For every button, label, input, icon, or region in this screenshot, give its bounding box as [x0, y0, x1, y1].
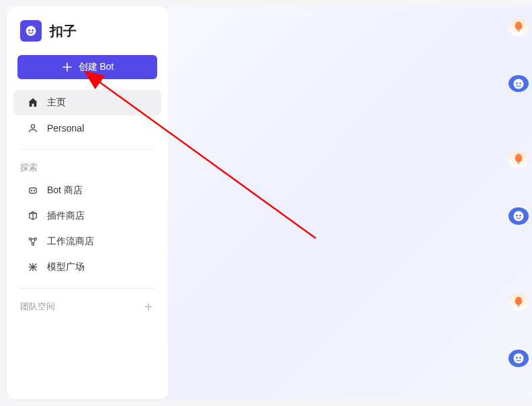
team-space-section: 团队空间: [7, 297, 168, 317]
nav-workflow-store[interactable]: 工作流商店: [13, 229, 161, 254]
avatar-balloon-3[interactable]: [508, 294, 529, 311]
create-bot-button[interactable]: 创建 Bot: [17, 55, 157, 79]
sidebar: 扣子 创建 Bot 主页 Personal 探索 Bot: [7, 7, 168, 399]
svg-point-0: [26, 26, 36, 36]
divider: [20, 149, 154, 150]
nav-bot-store-label: Bot 商店: [47, 185, 83, 197]
workflow-store-icon: [27, 236, 39, 248]
home-icon: [27, 97, 39, 109]
brand-name: 扣子: [50, 22, 77, 40]
svg-point-2: [32, 30, 34, 32]
nav-model-plaza-label: 模型广场: [47, 261, 85, 273]
nav-plugin-store[interactable]: 插件商店: [13, 203, 161, 229]
nav-home-label: 主页: [47, 97, 66, 109]
nav-bot-store[interactable]: Bot 商店: [13, 178, 161, 203]
brand-area: 扣子: [7, 17, 168, 55]
svg-point-11: [514, 79, 524, 89]
svg-point-15: [514, 211, 524, 221]
brand-logo-icon: [20, 20, 42, 42]
avatar-balloon-2[interactable]: [508, 151, 529, 168]
avatar-balloon-1[interactable]: [508, 19, 529, 36]
svg-point-20: [516, 357, 518, 359]
nav-personal-label: Personal: [47, 123, 84, 134]
svg-point-16: [516, 215, 518, 217]
svg-point-19: [514, 354, 524, 364]
team-space-title: 团队空间: [20, 301, 55, 313]
main-content-area: [168, 7, 532, 399]
svg-point-13: [519, 82, 521, 84]
bot-store-icon: [27, 185, 39, 197]
svg-point-5: [31, 190, 32, 191]
plus-icon: [61, 61, 73, 73]
divider: [20, 288, 154, 289]
svg-point-6: [34, 190, 34, 191]
nav-workflow-store-label: 工作流商店: [47, 236, 94, 248]
nav-plugin-store-label: 插件商店: [47, 210, 85, 222]
avatar-bot-2[interactable]: [508, 207, 529, 225]
explore-section-title: 探索: [7, 158, 168, 178]
right-avatar-rail: [505, 0, 532, 406]
avatar-bot-1[interactable]: [508, 75, 529, 93]
nav-model-plaza[interactable]: 模型广场: [13, 254, 161, 280]
svg-point-3: [31, 125, 34, 128]
svg-point-1: [28, 30, 30, 32]
svg-point-21: [519, 357, 521, 359]
model-plaza-icon: [27, 261, 39, 273]
nav-home[interactable]: 主页: [13, 90, 161, 115]
svg-point-17: [519, 215, 521, 217]
svg-rect-4: [30, 188, 37, 193]
avatar-bot-3[interactable]: [508, 350, 529, 367]
plugin-store-icon: [27, 210, 39, 222]
plus-icon: [144, 302, 153, 311]
person-icon: [27, 122, 39, 134]
nav-personal[interactable]: Personal: [13, 115, 161, 141]
create-bot-label: 创建 Bot: [79, 61, 114, 73]
add-team-button[interactable]: [142, 301, 154, 313]
svg-point-12: [516, 82, 518, 84]
